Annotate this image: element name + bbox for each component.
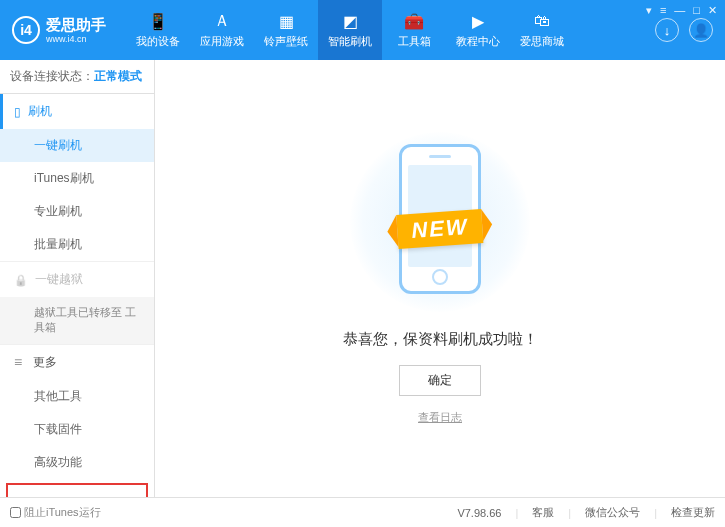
connection-status: 设备连接状态：正常模式 bbox=[0, 60, 154, 94]
nav-my-device[interactable]: 📱我的设备 bbox=[126, 0, 190, 60]
settings-icon[interactable]: ≡ bbox=[660, 4, 666, 17]
sidebar: 设备连接状态：正常模式 ▯ 刷机 一键刷机 iTunes刷机 专业刷机 批量刷机… bbox=[0, 60, 155, 497]
footer-link-update[interactable]: 检查更新 bbox=[671, 505, 715, 520]
skip-guide-checkbox[interactable]: 跳过向导 bbox=[82, 495, 138, 497]
top-nav: 📱我的设备 Ａ应用游戏 ▦铃声壁纸 ◩智能刷机 🧰工具箱 ▶教程中心 🛍爱思商城 bbox=[126, 0, 655, 60]
user-button[interactable]: 👤 bbox=[689, 18, 713, 42]
view-log-link[interactable]: 查看日志 bbox=[418, 410, 462, 425]
nav-store[interactable]: 🛍爱思商城 bbox=[510, 0, 574, 60]
footer-link-support[interactable]: 客服 bbox=[532, 505, 554, 520]
lock-icon bbox=[14, 273, 28, 287]
nav-toolbox[interactable]: 🧰工具箱 bbox=[382, 0, 446, 60]
sidebar-item-oneclick-flash[interactable]: 一键刷机 bbox=[0, 129, 154, 162]
header-right: ↓ 👤 bbox=[655, 18, 713, 42]
jailbreak-moved-note: 越狱工具已转移至 工具箱 bbox=[0, 297, 154, 344]
hamburger-icon bbox=[14, 354, 26, 370]
wallpaper-icon: ▦ bbox=[276, 11, 296, 31]
flash-icon: ◩ bbox=[340, 11, 360, 31]
version-label: V7.98.66 bbox=[457, 507, 501, 519]
footer-link-wechat[interactable]: 微信公众号 bbox=[585, 505, 640, 520]
toolbox-icon: 🧰 bbox=[404, 11, 424, 31]
success-illustration: NEW bbox=[350, 132, 530, 312]
block-itunes-checkbox[interactable]: 阻止iTunes运行 bbox=[10, 505, 101, 520]
window-controls: ▾ ≡ — □ ✕ bbox=[646, 4, 717, 17]
footer: 阻止iTunes运行 V7.98.66 | 客服 | 微信公众号 | 检查更新 bbox=[0, 497, 725, 527]
menu-icon[interactable]: ▾ bbox=[646, 4, 652, 17]
phone-icon: ▯ bbox=[14, 105, 21, 119]
sidebar-section-jailbreak: 一键越狱 bbox=[0, 262, 154, 297]
ok-button[interactable]: 确定 bbox=[399, 365, 481, 396]
sidebar-item-pro-flash[interactable]: 专业刷机 bbox=[0, 195, 154, 228]
sidebar-item-batch-flash[interactable]: 批量刷机 bbox=[0, 228, 154, 261]
tutorial-icon: ▶ bbox=[468, 11, 488, 31]
minimize-icon[interactable]: — bbox=[674, 4, 685, 17]
app-header: i4 爱思助手 www.i4.cn 📱我的设备 Ａ应用游戏 ▦铃声壁纸 ◩智能刷… bbox=[0, 0, 725, 60]
sidebar-item-other-tools[interactable]: 其他工具 bbox=[0, 380, 154, 413]
download-button[interactable]: ↓ bbox=[655, 18, 679, 42]
nav-flash[interactable]: ◩智能刷机 bbox=[318, 0, 382, 60]
sidebar-item-download-firmware[interactable]: 下载固件 bbox=[0, 413, 154, 446]
new-ribbon: NEW bbox=[396, 209, 483, 249]
logo-icon: i4 bbox=[12, 16, 40, 44]
auto-activate-checkbox[interactable]: 自动激活 bbox=[16, 495, 72, 497]
app-logo: i4 爱思助手 www.i4.cn bbox=[12, 16, 106, 45]
device-icon: 📱 bbox=[148, 11, 168, 31]
success-message: 恭喜您，保资料刷机成功啦！ bbox=[343, 330, 538, 349]
sidebar-section-more[interactable]: 更多 bbox=[0, 345, 154, 380]
sidebar-item-advanced[interactable]: 高级功能 bbox=[0, 446, 154, 479]
nav-tutorial[interactable]: ▶教程中心 bbox=[446, 0, 510, 60]
sidebar-item-itunes-flash[interactable]: iTunes刷机 bbox=[0, 162, 154, 195]
store-icon: 🛍 bbox=[532, 11, 552, 31]
nav-apps[interactable]: Ａ应用游戏 bbox=[190, 0, 254, 60]
apps-icon: Ａ bbox=[212, 11, 232, 31]
options-highlight-box: 自动激活 跳过向导 bbox=[6, 483, 148, 497]
main-content: NEW 恭喜您，保资料刷机成功啦！ 确定 查看日志 bbox=[155, 60, 725, 497]
nav-ringtone[interactable]: ▦铃声壁纸 bbox=[254, 0, 318, 60]
app-subtitle: www.i4.cn bbox=[46, 34, 106, 45]
sidebar-section-flash[interactable]: ▯ 刷机 bbox=[0, 94, 154, 129]
close-icon[interactable]: ✕ bbox=[708, 4, 717, 17]
maximize-icon[interactable]: □ bbox=[693, 4, 700, 17]
app-title: 爱思助手 bbox=[46, 16, 106, 34]
